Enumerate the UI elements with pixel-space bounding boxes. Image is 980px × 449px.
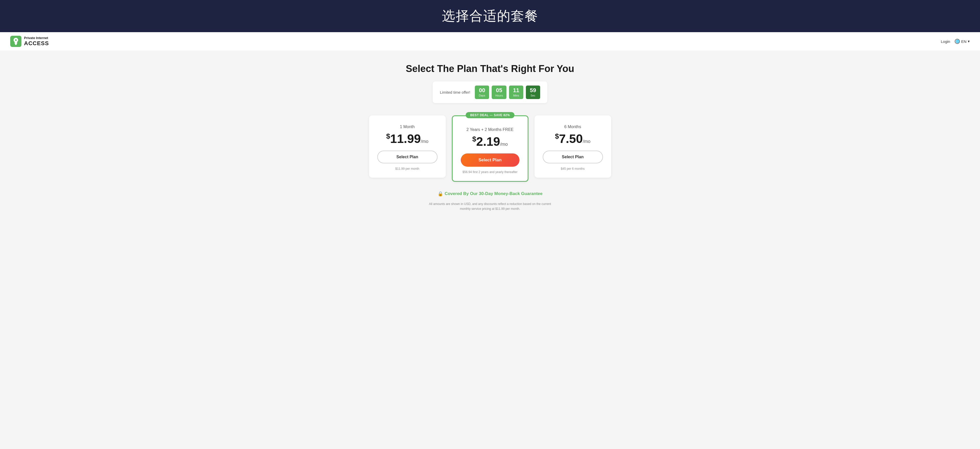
guarantee-row: 🔒 Covered By Our 30-Day Money-Back Guara…	[5, 191, 975, 197]
countdown-hours: 05 Hours	[492, 86, 506, 99]
countdown-mins-label: Mins	[513, 94, 519, 97]
plan-duration-2years: 2 Years + 2 Months FREE	[461, 127, 520, 132]
countdown-days: 00 Days	[475, 86, 489, 99]
top-banner: 选择合适的套餐	[0, 0, 980, 32]
plan-card-1month: 1 Month $11.99/mo Select Plan $11.99 per…	[369, 115, 446, 178]
plan-billing-1month: $11.99 per month	[377, 167, 438, 170]
page-title: Select The Plan That's Right For You	[5, 63, 975, 74]
plan-price-main-1month: 11.99	[390, 132, 421, 145]
countdown-secs-label: Sec	[530, 94, 535, 97]
chevron-down-icon: ▾	[968, 39, 970, 44]
disclaimer-text: All amounts are shown in USD, and any di…	[426, 202, 554, 211]
countdown-mins: 11 Mins	[509, 86, 523, 99]
plan-price-main-2years: 2.19	[476, 135, 500, 148]
lock-icon: 🔒	[438, 191, 443, 197]
countdown-hours-value: 05	[496, 88, 502, 93]
plan-card-6months: 6 Months $7.50/mo Select Plan $45 per 6 …	[535, 115, 611, 178]
svg-rect-1	[15, 43, 17, 45]
plan-price-symbol-6months: $	[555, 132, 559, 140]
svg-point-2	[15, 39, 17, 41]
plan-billing-6months: $45 per 6 months	[543, 167, 603, 170]
plan-price-6months: $7.50/mo	[543, 133, 603, 145]
plan-price-symbol-2years: $	[472, 135, 476, 143]
countdown-secs-value: 59	[530, 88, 536, 93]
select-plan-button-2years[interactable]: Select Plan	[461, 153, 520, 167]
plan-duration-1month: 1 Month	[377, 124, 438, 129]
language-selector[interactable]: 🌐 EN ▾	[955, 39, 970, 44]
countdown-hours-label: Hours	[495, 94, 503, 97]
plan-billing-2years: $56.94 first 2 years and yearly thereaft…	[461, 170, 520, 174]
countdown-container: Limited time offer! 00 Days 05 Hours 11 …	[433, 81, 547, 103]
plan-price-symbol-1month: $	[386, 132, 390, 140]
plan-price-main-6months: 7.50	[559, 132, 583, 145]
logo-private-text: Private Internet	[24, 36, 49, 40]
countdown-mins-value: 11	[513, 88, 519, 93]
nav-right: Login 🌐 EN ▾	[941, 39, 970, 44]
plan-price-unit-2years: /mo	[500, 142, 508, 147]
navbar: Private Internet ACCESS Login 🌐 EN ▾	[0, 32, 980, 51]
countdown-days-value: 00	[479, 88, 485, 93]
banner-title: 选择合适的套餐	[10, 7, 970, 25]
logo-area: Private Internet ACCESS	[10, 36, 49, 47]
select-plan-button-1month[interactable]: Select Plan	[377, 151, 438, 163]
countdown-days-label: Days	[479, 94, 485, 97]
plan-price-unit-6months: /mo	[583, 139, 590, 144]
pia-logo-icon	[10, 36, 21, 47]
main-content: Select The Plan That's Right For You Lim…	[0, 51, 980, 449]
logo-access-text: ACCESS	[24, 40, 49, 47]
best-deal-badge: BEST DEAL — SAVE 82%	[466, 112, 515, 118]
login-button[interactable]: Login	[941, 39, 950, 44]
plan-price-1month: $11.99/mo	[377, 133, 438, 145]
countdown-label: Limited time offer!	[440, 90, 470, 94]
lang-label: EN	[961, 39, 966, 44]
plan-price-unit-1month: /mo	[421, 139, 428, 144]
plan-price-2years: $2.19/mo	[461, 135, 520, 148]
plans-container: 1 Month $11.99/mo Select Plan $11.99 per…	[5, 115, 975, 182]
guarantee-text: Covered By Our 30-Day Money-Back Guarant…	[445, 191, 543, 196]
countdown-secs: 59 Sec	[526, 86, 540, 99]
globe-icon: 🌐	[955, 39, 960, 44]
plan-card-2years: BEST DEAL — SAVE 82% 2 Years + 2 Months …	[452, 115, 528, 182]
select-plan-button-6months[interactable]: Select Plan	[543, 151, 603, 163]
plan-duration-6months: 6 Months	[543, 124, 603, 129]
